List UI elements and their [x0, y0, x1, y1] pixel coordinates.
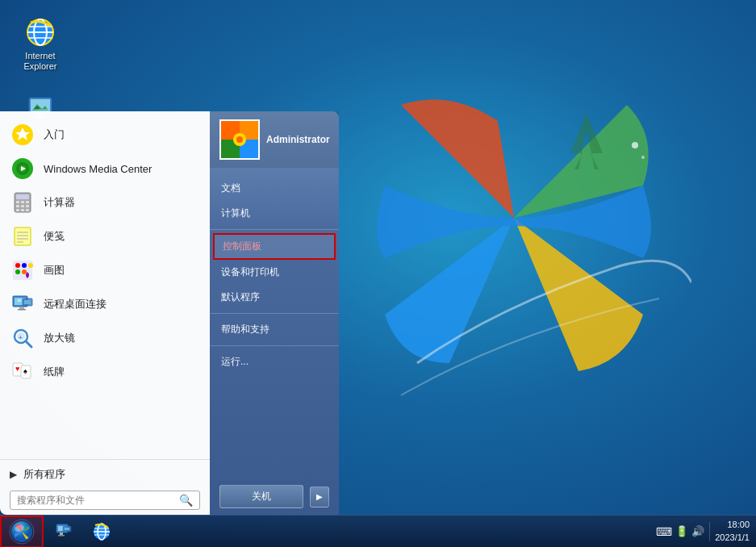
- all-programs-arrow: ▶: [10, 469, 17, 480]
- system-clock[interactable]: 18:00 2023/1/1: [715, 519, 750, 544]
- all-programs-label: 所有程序: [23, 467, 65, 482]
- magnifier-icon: +: [10, 325, 36, 351]
- clock-time: 18:00: [715, 519, 750, 531]
- right-divider-2: [210, 313, 339, 314]
- right-menu-run[interactable]: 运行...: [210, 349, 339, 374]
- svg-point-37: [15, 263, 20, 268]
- svg-rect-71: [65, 528, 69, 530]
- menu-item-wmc[interactable]: Windows Media Center: [0, 152, 210, 186]
- shutdown-button[interactable]: 关机: [219, 485, 303, 508]
- svg-rect-26: [21, 205, 24, 207]
- ie-icon: [24, 16, 56, 48]
- calc-label: 计算器: [44, 195, 75, 210]
- solitaire-icon: ♥ ♠: [10, 359, 36, 385]
- svg-point-40: [15, 269, 20, 274]
- pinned-programs: 入门 Windows Media Center: [0, 111, 210, 456]
- search-input[interactable]: [17, 495, 179, 506]
- rdp-icon: [10, 291, 36, 317]
- menu-item-solitaire[interactable]: ♥ ♠ 纸牌: [0, 355, 210, 389]
- all-programs[interactable]: ▶ 所有程序: [0, 463, 210, 486]
- svg-rect-29: [21, 209, 24, 211]
- svg-text:+: +: [19, 334, 23, 341]
- shutdown-row: 关机 ▶: [210, 478, 339, 515]
- ie-label: Internet Explorer: [12, 51, 69, 72]
- svg-rect-31: [15, 228, 31, 245]
- svg-rect-27: [26, 205, 29, 207]
- taskbar-item-ie[interactable]: [84, 517, 119, 546]
- svg-rect-44: [18, 299, 21, 302]
- menu-item-paint[interactable]: 画图: [0, 253, 210, 287]
- svg-rect-69: [58, 535, 65, 537]
- rdp-label: 远程桌面连接: [44, 297, 107, 311]
- paint-icon: [10, 257, 36, 283]
- svg-rect-23: [21, 201, 24, 203]
- volume-icon[interactable]: 🔊: [691, 525, 704, 537]
- taskbar: ⌨ 🔋 🔊 18:00 2023/1/1: [0, 515, 756, 547]
- paint-label: 画图: [44, 263, 65, 278]
- svg-text:♠: ♠: [23, 367, 27, 375]
- svg-text:♥: ♥: [15, 365, 19, 373]
- svg-point-1: [641, 156, 645, 159]
- svg-point-39: [28, 263, 33, 268]
- svg-rect-22: [16, 201, 19, 203]
- start-button[interactable]: [0, 516, 44, 548]
- menu-item-intro[interactable]: 入门: [0, 118, 210, 152]
- svg-rect-28: [16, 209, 19, 211]
- svg-rect-25: [16, 205, 19, 207]
- right-divider-3: [210, 345, 339, 346]
- svg-point-41: [22, 269, 27, 274]
- username-label: Administrator: [266, 134, 330, 145]
- solitaire-label: 纸牌: [44, 365, 65, 379]
- start-menu-right-panel: Administrator 文档 计算机 控制面板 设备和打印机 默认程序 帮助…: [210, 111, 339, 515]
- intro-label: 入门: [44, 127, 65, 142]
- search-icon: 🔍: [179, 494, 193, 507]
- windows-logo-icon: [9, 519, 35, 545]
- wmc-label: Windows Media Center: [44, 163, 152, 175]
- svg-rect-68: [60, 532, 63, 535]
- svg-rect-24: [26, 201, 29, 203]
- right-menu-devices[interactable]: 设备和打印机: [210, 260, 339, 285]
- svg-line-51: [26, 341, 31, 347]
- desktop-icon-ie[interactable]: Internet Explorer: [12, 16, 69, 72]
- wmc-icon: [10, 156, 36, 182]
- search-box: 🔍: [10, 491, 200, 510]
- svg-point-0: [632, 142, 638, 148]
- explorer-taskbar-icon: [55, 522, 74, 541]
- menu-item-rdp[interactable]: 远程桌面连接: [0, 287, 210, 321]
- svg-point-38: [22, 263, 27, 268]
- network-icon: 🔋: [675, 525, 688, 537]
- windows-flag: [336, 24, 691, 411]
- user-section: Administrator: [210, 111, 339, 168]
- clock-date: 2023/1/1: [715, 532, 750, 544]
- user-avatar: [219, 119, 260, 160]
- desktop: Internet Explorer 计算机: [0, 0, 756, 547]
- svg-rect-30: [26, 209, 29, 211]
- keyboard-icon: ⌨: [656, 525, 672, 538]
- menu-item-notepad[interactable]: 便笺: [0, 219, 210, 253]
- taskbar-items: [44, 516, 123, 547]
- taskbar-item-explorer[interactable]: [47, 517, 82, 546]
- svg-rect-46: [18, 309, 26, 311]
- right-menu-help[interactable]: 帮助和支持: [210, 317, 339, 342]
- tray-divider: [709, 522, 710, 541]
- right-menu-documents[interactable]: 文档: [210, 176, 339, 201]
- svg-rect-48: [24, 300, 31, 304]
- right-menu-control-panel[interactable]: 控制面板: [213, 233, 336, 260]
- right-menu-default-programs[interactable]: 默认程序: [210, 285, 339, 310]
- taskbar-right: ⌨ 🔋 🔊 18:00 2023/1/1: [656, 519, 756, 544]
- menu-item-calc[interactable]: 计算器: [0, 186, 210, 219]
- right-divider-1: [210, 229, 339, 230]
- ie-taskbar-icon: [92, 522, 111, 541]
- svg-rect-45: [19, 307, 24, 309]
- menu-divider: [0, 459, 210, 460]
- notepad-icon: [10, 223, 36, 249]
- magnifier-label: 放大镜: [44, 331, 75, 345]
- calc-icon: [10, 190, 36, 215]
- shutdown-arrow-button[interactable]: ▶: [310, 486, 329, 507]
- right-menu-computer[interactable]: 计算机: [210, 201, 339, 226]
- notepad-label: 便笺: [44, 229, 65, 244]
- intro-icon: [10, 122, 36, 148]
- svg-rect-21: [16, 194, 29, 199]
- start-menu-left-panel: 入门 Windows Media Center: [0, 111, 210, 515]
- menu-item-magnifier[interactable]: + 放大镜: [0, 321, 210, 355]
